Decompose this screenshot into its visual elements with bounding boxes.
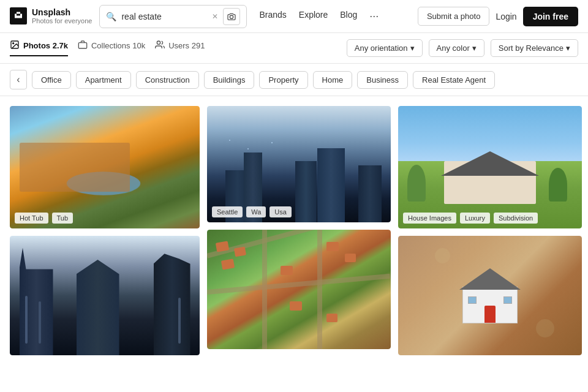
- collections-stat[interactable]: Collections 10k: [78, 40, 145, 56]
- tag-wa[interactable]: Wa: [246, 206, 266, 217]
- category-office[interactable]: Office: [32, 71, 71, 89]
- category-buildings[interactable]: Buildings: [204, 71, 255, 89]
- tag-seattle[interactable]: Seattle: [212, 206, 243, 217]
- chevron-down-icon: ▾: [472, 43, 477, 53]
- logo-icon: [10, 7, 27, 24]
- logo-text: Unsplash Photos for everyone: [32, 7, 92, 26]
- photo-skyscrapers-below[interactable]: [10, 236, 200, 355]
- tag-luxury[interactable]: Luxury: [460, 213, 490, 224]
- search-bar: 🔍 ✕: [99, 5, 247, 28]
- svg-point-0: [230, 15, 233, 18]
- submit-photo-button[interactable]: Submit a photo: [418, 7, 489, 26]
- photo-model-house-key[interactable]: [398, 236, 582, 355]
- photos-stat-label: Photos 2.7k: [23, 41, 68, 50]
- photo-seattle-skyline[interactable]: Seattle Wa Usa: [207, 106, 391, 222]
- users-icon: [155, 40, 165, 51]
- photos-icon: [10, 40, 20, 51]
- photo-aerial-neighborhood[interactable]: [207, 230, 391, 349]
- photo-tags-house: House Images Luxury Subdivision: [403, 213, 538, 224]
- sort-filter[interactable]: Sort by Relevance ▾: [491, 39, 578, 57]
- photo-grid: Hot Tub Tub: [0, 96, 588, 365]
- category-bar: ‹ Office Apartment Construction Building…: [0, 64, 588, 96]
- tag-subdivision[interactable]: Subdivision: [494, 213, 538, 224]
- category-construction[interactable]: Construction: [136, 71, 199, 89]
- users-stat[interactable]: Users 291: [155, 40, 205, 56]
- category-home[interactable]: Home: [313, 71, 353, 89]
- chevron-down-icon: ▾: [566, 43, 570, 53]
- collections-stat-label: Collections 10k: [91, 41, 145, 50]
- tag-house-images[interactable]: House Images: [403, 213, 456, 224]
- nav-more-button[interactable]: ···: [369, 10, 379, 23]
- tag-usa[interactable]: Usa: [270, 206, 292, 217]
- photos-stat[interactable]: Photos 2.7k: [10, 40, 68, 56]
- search-icon: 🔍: [106, 12, 116, 21]
- nav-brands[interactable]: Brands: [259, 10, 286, 23]
- category-business[interactable]: Business: [357, 71, 408, 89]
- search-input[interactable]: [121, 12, 207, 21]
- svg-rect-3: [78, 43, 86, 48]
- category-property[interactable]: Property: [259, 71, 307, 89]
- brand-name: Unsplash: [32, 7, 92, 18]
- tag-hot-tub[interactable]: Hot Tub: [15, 213, 48, 224]
- brand-tagline: Photos for everyone: [32, 17, 92, 25]
- sub-header: Photos 2.7k Collections 10k Users 291 An…: [0, 33, 588, 64]
- category-real-estate-agent[interactable]: Real Estate Agent: [413, 71, 495, 89]
- collections-icon: [78, 40, 88, 51]
- photo-tags: Hot Tub Tub: [15, 213, 73, 224]
- grid-col-1: Hot Tub Tub: [10, 106, 200, 355]
- login-button[interactable]: Login: [496, 12, 516, 21]
- svg-point-4: [157, 41, 160, 44]
- svg-point-2: [13, 43, 14, 44]
- header-right: Submit a photo Login Join free: [418, 7, 578, 26]
- join-button[interactable]: Join free: [523, 7, 578, 26]
- header: Unsplash Photos for everyone 🔍 ✕ Brands …: [0, 0, 588, 33]
- photo-luxury-home[interactable]: Hot Tub Tub: [10, 106, 200, 228]
- nav-blog[interactable]: Blog: [340, 10, 357, 23]
- grid-col-3: House Images Luxury Subdivision: [398, 106, 582, 355]
- nav-links: Brands Explore Blog ···: [259, 10, 379, 23]
- category-apartment[interactable]: Apartment: [76, 71, 131, 89]
- chevron-down-icon: ▾: [410, 43, 415, 53]
- camera-search-button[interactable]: [223, 8, 240, 25]
- logo[interactable]: Unsplash Photos for everyone: [10, 7, 92, 26]
- tag-tub[interactable]: Tub: [52, 213, 74, 224]
- filter-right: Any orientation ▾ Any color ▾ Sort by Re…: [347, 39, 578, 57]
- nav-explore[interactable]: Explore: [299, 10, 328, 23]
- color-filter[interactable]: Any color ▾: [429, 39, 484, 57]
- orientation-filter[interactable]: Any orientation ▾: [347, 39, 423, 57]
- grid-col-2: Seattle Wa Usa: [207, 106, 391, 355]
- clear-icon[interactable]: ✕: [212, 12, 218, 21]
- users-stat-label: Users 291: [168, 41, 205, 50]
- photo-tags-seattle: Seattle Wa Usa: [212, 206, 292, 217]
- photo-suburban-home[interactable]: House Images Luxury Subdivision: [398, 106, 582, 228]
- category-prev-button[interactable]: ‹: [10, 70, 27, 89]
